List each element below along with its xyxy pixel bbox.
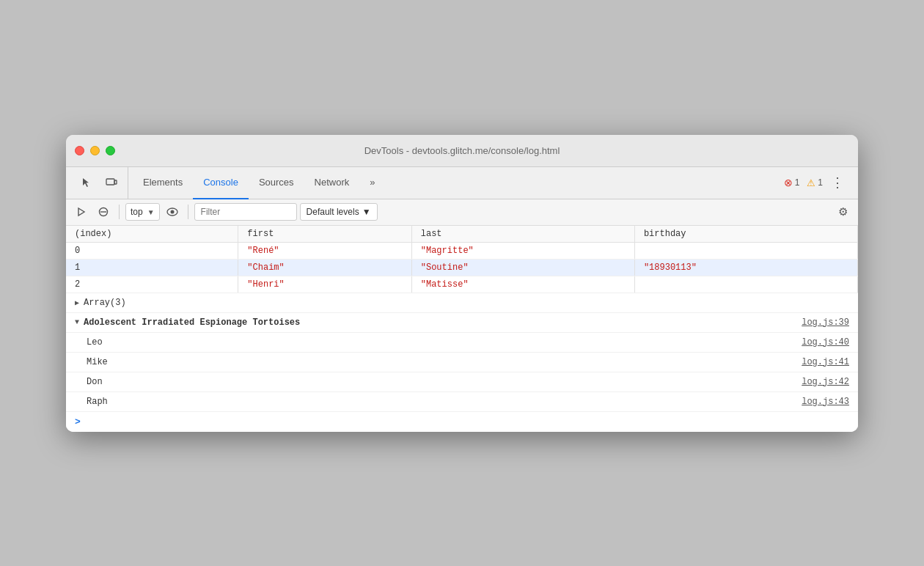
- item-link[interactable]: log.js:41: [802, 357, 849, 367]
- eye-icon-button[interactable]: [163, 202, 182, 221]
- tab-sources[interactable]: Sources: [249, 167, 304, 199]
- item-link[interactable]: log.js:42: [802, 377, 849, 387]
- cell-index: 0: [66, 242, 238, 259]
- group-header-link[interactable]: log.js:39: [802, 317, 849, 328]
- list-item[interactable]: Don log.js:42: [66, 372, 858, 392]
- tab-elements[interactable]: Elements: [133, 167, 193, 199]
- levels-chevron-icon: ▼: [362, 207, 371, 217]
- triangle-icon: ▶: [75, 298, 79, 307]
- console-table: (index) first last birthday 0 "René" "Ma…: [66, 226, 858, 293]
- col-last: last: [411, 226, 634, 243]
- group-header-left: ▼ Adolescent Irradiated Espionage Tortoi…: [75, 317, 300, 328]
- error-badge: ⊗ 1 ⚠ 1: [784, 177, 823, 188]
- cell-birthday: "18930113": [634, 259, 857, 276]
- item-link[interactable]: log.js:43: [802, 397, 849, 407]
- warn-count: 1: [818, 177, 823, 188]
- array-label: Array(3): [84, 298, 126, 308]
- tab-toolbar: Elements Console Sources Network » ⊗ 1 ⚠…: [66, 167, 858, 199]
- chevron-down-icon: ▼: [147, 208, 155, 216]
- console-toolbar: top ▼ Default levels ▼ ⚙: [66, 199, 858, 226]
- toolbar-divider: [119, 205, 120, 219]
- list-item[interactable]: Raph log.js:43: [66, 392, 858, 412]
- block-icon-button[interactable]: [94, 202, 113, 221]
- toolbar-icons: [70, 167, 128, 199]
- cell-last: "Matisse": [411, 276, 634, 293]
- console-input-row[interactable]: >: [66, 412, 858, 432]
- table-row[interactable]: 2 "Henri" "Matisse": [66, 276, 858, 293]
- col-first: first: [238, 226, 411, 243]
- device-icon[interactable]: [101, 172, 122, 193]
- group-header[interactable]: ▼ Adolescent Irradiated Espionage Tortoi…: [66, 313, 858, 333]
- error-count: 1: [795, 177, 800, 188]
- levels-dropdown[interactable]: Default levels ▼: [300, 203, 378, 221]
- item-name: Don: [87, 377, 103, 387]
- col-index: (index): [66, 226, 238, 243]
- maximize-button[interactable]: [106, 146, 115, 155]
- warn-icon: ⚠: [807, 177, 815, 188]
- cell-index: 2: [66, 276, 238, 293]
- traffic-lights: [75, 146, 115, 155]
- table-row[interactable]: 0 "René" "Magritte": [66, 242, 858, 259]
- item-name: Leo: [87, 337, 103, 348]
- group-title: Adolescent Irradiated Espionage Tortoise…: [84, 317, 300, 328]
- table-row[interactable]: 1 "Chaim" "Soutine" "18930113": [66, 259, 858, 276]
- clear-console-button[interactable]: [72, 202, 91, 221]
- titlebar: DevTools - devtools.glitch.me/console/lo…: [66, 135, 858, 167]
- cell-first: "Henri": [238, 276, 411, 293]
- list-item[interactable]: Mike log.js:41: [66, 353, 858, 372]
- cell-birthday: [634, 242, 857, 259]
- cell-last: "Magritte": [411, 242, 634, 259]
- filter-input[interactable]: [194, 203, 297, 221]
- close-button[interactable]: [75, 146, 84, 155]
- tab-network[interactable]: Network: [304, 167, 360, 199]
- cell-index: 1: [66, 259, 238, 276]
- item-name: Raph: [87, 397, 108, 407]
- gear-icon-button[interactable]: ⚙: [833, 202, 852, 221]
- svg-marker-2: [78, 208, 84, 216]
- cell-last: "Soutine": [411, 259, 634, 276]
- window-title: DevTools - devtools.glitch.me/console/lo…: [364, 145, 560, 156]
- console-content: (index) first last birthday 0 "René" "Ma…: [66, 226, 858, 432]
- list-item[interactable]: Leo log.js:40: [66, 333, 858, 353]
- table-header-row: (index) first last birthday: [66, 226, 858, 243]
- cell-birthday: [634, 276, 857, 293]
- cell-first: "René": [238, 242, 411, 259]
- more-options-button[interactable]: ⋮: [827, 172, 848, 193]
- svg-rect-0: [106, 179, 114, 185]
- toolbar-divider-2: [188, 205, 188, 219]
- col-birthday: birthday: [634, 226, 857, 243]
- array-row[interactable]: ▶ Array(3): [66, 293, 858, 313]
- tab-more[interactable]: »: [359, 167, 385, 199]
- item-name: Mike: [87, 357, 108, 367]
- inspect-icon[interactable]: [76, 172, 97, 193]
- cell-first: "Chaim": [238, 259, 411, 276]
- devtools-window: DevTools - devtools.glitch.me/console/lo…: [66, 135, 858, 432]
- error-icon: ⊗: [784, 177, 793, 188]
- group-expand-icon: ▼: [75, 318, 79, 326]
- item-link[interactable]: log.js:40: [802, 337, 849, 348]
- context-select[interactable]: top ▼: [125, 203, 160, 221]
- minimize-button[interactable]: [90, 146, 100, 155]
- svg-rect-1: [114, 180, 117, 184]
- svg-point-6: [170, 210, 174, 214]
- input-prompt: >: [75, 416, 81, 427]
- toolbar-right: ⊗ 1 ⚠ 1 ⋮: [778, 167, 854, 199]
- tab-console[interactable]: Console: [193, 167, 249, 199]
